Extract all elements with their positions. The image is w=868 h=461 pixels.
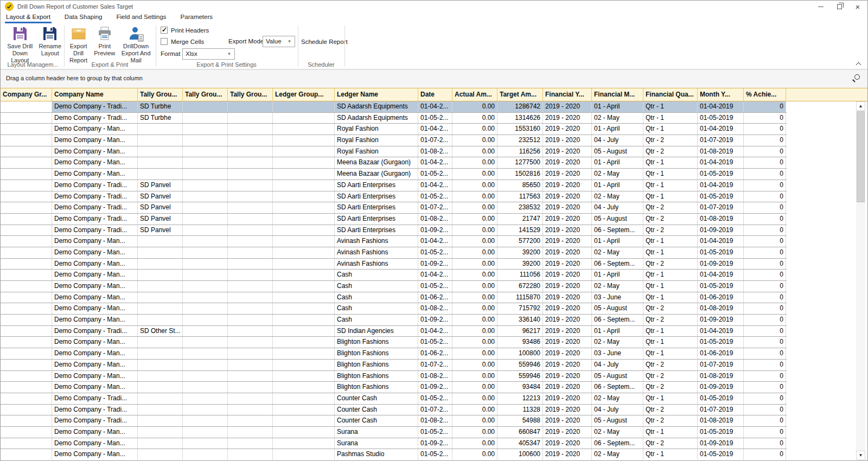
grid-cell[interactable]: 01-06-2...	[418, 292, 452, 303]
table-row[interactable]: Demo Company - Tradi...Counter Cash01-08…	[1, 415, 787, 427]
table-row[interactable]: Demo Company - Man...Blighton Fashions01…	[1, 337, 787, 348]
grid-cell[interactable]	[138, 348, 183, 359]
grid-cell[interactable]: 0	[744, 405, 786, 415]
grid-cell[interactable]: 05 - August	[592, 146, 643, 157]
grid-cell[interactable]: 85650	[497, 180, 543, 191]
grid-cell[interactable]: 93484	[497, 382, 543, 393]
grid-cell[interactable]: 2019 - 2020	[543, 393, 592, 404]
grid-cell[interactable]	[1, 259, 52, 270]
grid-cell[interactable]	[1, 303, 52, 314]
grid-cell[interactable]: 11328	[497, 405, 543, 415]
grid-cell[interactable]: 01-07-2019	[698, 405, 744, 415]
print-headers-checkbox[interactable]	[161, 27, 168, 34]
grid-cell[interactable]	[228, 157, 273, 168]
grid-cell[interactable]: 0	[744, 292, 786, 303]
grid-cell[interactable]: Qtr - 1	[643, 157, 698, 168]
grid-cell[interactable]: 0.00	[452, 315, 497, 325]
grid-cell[interactable]	[1, 225, 52, 236]
grid-cell[interactable]	[228, 326, 273, 337]
column-header[interactable]: Tally Grou...	[183, 88, 228, 101]
grid-cell[interactable]: SD Aarti Enterprises	[335, 180, 418, 191]
grid-cell[interactable]	[273, 247, 335, 258]
grid-cell[interactable]: 2019 - 2020	[543, 315, 592, 325]
table-row[interactable]: Demo Company - Tradi...SD Other St...SD …	[1, 326, 787, 337]
grid-cell[interactable]: 01-05-2019	[698, 247, 744, 258]
grid-cell[interactable]: Qtr - 2	[643, 315, 698, 325]
grid-cell[interactable]	[1, 449, 52, 460]
grid-cell[interactable]: Qtr - 1	[643, 113, 698, 124]
table-row[interactable]: Demo Company - Man...Blighton Fashions01…	[1, 360, 787, 371]
grid-cell[interactable]: 04 - July	[592, 360, 643, 370]
table-row[interactable]: Demo Company - Man...Royal Fashion01-07-…	[1, 135, 787, 146]
grid-cell[interactable]	[1, 157, 52, 168]
grid-cell[interactable]: Demo Company - Man...	[52, 146, 138, 157]
grid-cell[interactable]	[228, 135, 273, 146]
grid-cell[interactable]	[1, 113, 52, 124]
grid-cell[interactable]	[273, 415, 335, 426]
grid-cell[interactable]	[273, 259, 335, 270]
grid-cell[interactable]: 93486	[497, 337, 543, 348]
grid-cell[interactable]	[228, 303, 273, 314]
grid-cell[interactable]	[228, 169, 273, 180]
grid-cell[interactable]: 0	[744, 191, 786, 202]
column-header[interactable]: Ledger Group...	[273, 88, 335, 101]
grid-cell[interactable]: 1286742	[497, 101, 543, 112]
print-preview-button[interactable]: Print Preview	[92, 25, 117, 57]
grid-cell[interactable]	[228, 371, 273, 382]
grid-cell[interactable]: 05 - August	[592, 303, 643, 314]
grid-cell[interactable]: Surana	[335, 438, 418, 449]
grid-cell[interactable]: SD Aarti Enterprises	[335, 225, 418, 236]
grid-cell[interactable]: Demo Company - Tradi...	[52, 393, 138, 404]
grid-cell[interactable]	[273, 348, 335, 359]
grid-cell[interactable]: 01-06-2019	[698, 292, 744, 303]
grid-cell[interactable]	[183, 191, 228, 202]
grid-cell[interactable]: SD Panvel	[138, 191, 183, 202]
grid-cell[interactable]	[273, 405, 335, 415]
grid-cell[interactable]: 01-09-2...	[418, 315, 452, 325]
column-header[interactable]: Company Gr...	[1, 88, 52, 101]
grid-cell[interactable]	[273, 236, 335, 247]
close-button[interactable]: ×	[848, 1, 867, 12]
grid-cell[interactable]	[228, 270, 273, 280]
grid-cell[interactable]: 06 - Septem...	[592, 259, 643, 270]
grid-cell[interactable]: 01-09-2019	[698, 259, 744, 270]
grid-cell[interactable]: Blighton Fashions	[335, 348, 418, 359]
search-icon[interactable]	[854, 74, 860, 80]
grid-cell[interactable]	[273, 124, 335, 135]
grid-cell[interactable]	[1, 214, 52, 225]
grid-cell[interactable]: Demo Company - Man...	[52, 315, 138, 325]
grid-cell[interactable]: Qtr - 2	[643, 146, 698, 157]
grid-cell[interactable]: 2019 - 2020	[543, 191, 592, 202]
grid-cell[interactable]: 0.00	[452, 449, 497, 460]
grid-cell[interactable]: Cash	[335, 281, 418, 292]
grid-cell[interactable]: 2019 - 2020	[543, 438, 592, 449]
grid-cell[interactable]	[183, 180, 228, 191]
grid-cell[interactable]: Meena Bazaar (Gurgaon)	[335, 169, 418, 180]
table-row[interactable]: Demo Company - Tradi...SD PanvelSD Aarti…	[1, 191, 787, 203]
grid-cell[interactable]	[183, 225, 228, 236]
grid-cell[interactable]: Demo Company - Tradi...	[52, 415, 138, 426]
grid-cell[interactable]: 0	[744, 326, 786, 337]
grid-cell[interactable]: 01-05-2...	[418, 169, 452, 180]
grid-cell[interactable]: 01-08-2...	[418, 415, 452, 426]
grid-cell[interactable]: 01-05-2...	[418, 393, 452, 404]
grid-cell[interactable]: Demo Company - Tradi...	[52, 180, 138, 191]
grid-cell[interactable]: Qtr - 2	[643, 259, 698, 270]
grid-cell[interactable]: 01-04-2019	[698, 236, 744, 247]
grid-cell[interactable]: 2019 - 2020	[543, 337, 592, 348]
grid-cell[interactable]: 2019 - 2020	[543, 360, 592, 370]
grid-cell[interactable]: 0	[744, 371, 786, 382]
drilldown-export-and-mail-button[interactable]: DrillDown Export And Mail	[117, 25, 155, 65]
grid-cell[interactable]: 0.00	[452, 202, 497, 213]
grid-cell[interactable]: 0.00	[452, 191, 497, 202]
grid-cell[interactable]: 04 - July	[592, 405, 643, 415]
grid-cell[interactable]	[273, 101, 335, 112]
grid-cell[interactable]	[183, 427, 228, 438]
grid-cell[interactable]: 01 - April	[592, 124, 643, 135]
grid-cell[interactable]	[228, 360, 273, 370]
grid-cell[interactable]	[228, 124, 273, 135]
grid-cell[interactable]	[183, 292, 228, 303]
grid-cell[interactable]: Qtr - 1	[643, 427, 698, 438]
grid-cell[interactable]: Qtr - 1	[643, 247, 698, 258]
grid-cell[interactable]	[183, 214, 228, 225]
